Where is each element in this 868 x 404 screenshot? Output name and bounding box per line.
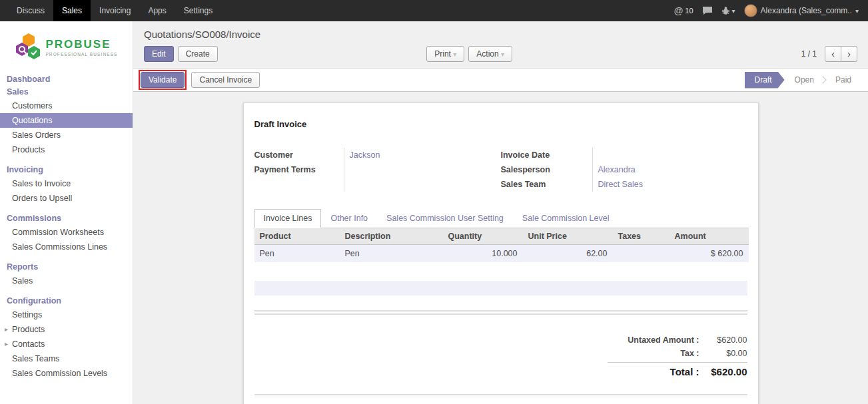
action-dropdown-button[interactable]: Action ▾ xyxy=(468,46,512,62)
mention-count: 10 xyxy=(685,7,693,15)
avatar xyxy=(744,4,757,17)
status-draft[interactable]: Draft xyxy=(745,72,785,89)
pager-next-button[interactable]: › xyxy=(841,46,857,62)
salesperson-label: Salesperson xyxy=(501,162,592,177)
menu-sales[interactable]: Sales xyxy=(53,0,91,21)
form-view: Draft Invoice Customer Payment Terms Jac… xyxy=(133,92,868,404)
sidebar-item-dashboard[interactable]: Dashboard xyxy=(0,72,133,86)
expand-arrow-icon[interactable]: ▸ xyxy=(5,325,8,333)
tab-sales-commission-user-setting[interactable]: Sales Commission User Setting xyxy=(377,209,513,228)
menu-invoicing[interactable]: Invoicing xyxy=(91,0,139,21)
salesperson-value-link[interactable]: Alexandra xyxy=(598,165,636,174)
breadcrumb-so008[interactable]: SO008 xyxy=(195,29,226,40)
debug-menu[interactable]: ▾ xyxy=(721,6,735,15)
sidebar-item-sales-teams[interactable]: Sales Teams xyxy=(0,351,133,366)
create-button[interactable]: Create xyxy=(178,46,218,62)
untaxed-amount-label: Untaxed Amount : xyxy=(608,335,699,345)
print-label: Print xyxy=(434,49,451,59)
tab-invoice-lines[interactable]: Invoice Lines xyxy=(254,209,322,228)
col-product[interactable]: Product xyxy=(254,228,340,245)
empty-line-strip xyxy=(254,281,747,296)
sidebar-item-settings[interactable]: Settings xyxy=(0,307,133,322)
sidebar-item-sales-commission-levels[interactable]: Sales Commission Levels xyxy=(0,366,133,381)
logo-text: PROBUSE PROFESSIONAL BUSINESS xyxy=(45,38,117,57)
breadcrumb-current: Invoice xyxy=(229,29,261,40)
footer-separator xyxy=(254,394,747,397)
menu-settings[interactable]: Settings xyxy=(175,0,221,21)
field-values: Jackson xyxy=(344,148,501,192)
invoice-date-label: Invoice Date xyxy=(501,148,592,162)
sidebar-item-config-products[interactable]: ▸ Products xyxy=(0,322,133,337)
sidebar-nav: Dashboard Sales Customers Quotations Sal… xyxy=(0,72,133,381)
cell-product: Pen xyxy=(254,245,340,263)
sidebar-item-commission-worksheets[interactable]: Commission Worksheets xyxy=(0,225,133,240)
sidebar-heading-invoicing[interactable]: Invoicing xyxy=(0,162,133,176)
main-area: PROBUSE PROFESSIONAL BUSINESS Dashboard … xyxy=(0,21,868,404)
control-panel: Edit Create Print ▾ Action ▾ 1 / 1 xyxy=(133,41,868,68)
col-amount[interactable]: Amount xyxy=(669,228,749,245)
col-taxes[interactable]: Taxes xyxy=(613,228,669,245)
untaxed-amount-row: Untaxed Amount : $620.00 xyxy=(608,333,747,347)
table-row[interactable]: Pen Pen 10.000 62.00 $ 620.00 xyxy=(254,245,749,263)
breadcrumb-quotations[interactable]: Quotations xyxy=(144,29,193,40)
field-group-right: Invoice Date Salesperson Sales Team Alex… xyxy=(501,148,747,192)
menu-apps[interactable]: Apps xyxy=(139,0,175,21)
tab-sale-commission-level[interactable]: Sale Commission Level xyxy=(513,209,619,228)
sidebar-item-orders-to-upsell[interactable]: Orders to Upsell xyxy=(0,191,133,206)
totals-block: Untaxed Amount : $620.00 Tax : $0.00 Tot… xyxy=(608,333,747,379)
tab-other-info[interactable]: Other Info xyxy=(321,209,377,228)
sidebar-item-quotations[interactable]: Quotations xyxy=(0,113,133,128)
sidebar-heading-configuration[interactable]: Configuration xyxy=(0,294,133,307)
form-statusbar: Validate Cancel Invoice Draft Open Paid xyxy=(133,68,868,92)
status-paid[interactable]: Paid xyxy=(825,72,861,89)
total-label: Total : xyxy=(608,366,699,377)
print-dropdown-button[interactable]: Print ▾ xyxy=(426,46,464,62)
field-labels: Invoice Date Salesperson Sales Team xyxy=(501,148,593,192)
messages-icon[interactable] xyxy=(702,6,713,15)
col-unit-price[interactable]: Unit Price xyxy=(523,228,613,245)
col-description[interactable]: Description xyxy=(340,228,443,245)
edit-button[interactable]: Edit xyxy=(144,46,174,62)
mention-counter[interactable]: @ 10 xyxy=(674,5,693,16)
validate-button[interactable]: Validate xyxy=(141,72,185,88)
invoice-sheet: Draft Invoice Customer Payment Terms Jac… xyxy=(243,102,759,404)
sidebar: PROBUSE PROFESSIONAL BUSINESS Dashboard … xyxy=(0,21,133,404)
sidebar-item-sales-to-invoice[interactable]: Sales to Invoice xyxy=(0,176,133,191)
status-open[interactable]: Open xyxy=(785,72,824,89)
caret-down-icon: ▾ xyxy=(501,51,504,58)
sidebar-heading-commissions[interactable]: Commissions xyxy=(0,211,133,225)
cp-left-buttons: Edit Create xyxy=(144,46,218,62)
table-header-row: Product Description Quantity Unit Price … xyxy=(254,228,749,245)
invoice-date-value xyxy=(593,148,747,162)
caret-down-icon: ▾ xyxy=(453,51,456,58)
pager-previous-button[interactable]: ‹ xyxy=(825,46,841,62)
expand-arrow-icon[interactable]: ▸ xyxy=(5,340,8,347)
cancel-invoice-button[interactable]: Cancel Invoice xyxy=(191,72,260,88)
app-logo[interactable]: PROBUSE PROFESSIONAL BUSINESS xyxy=(0,21,133,72)
menu-discuss[interactable]: Discuss xyxy=(8,0,53,21)
total-row: Total : $620.00 xyxy=(608,362,747,379)
payment-terms-label: Payment Terms xyxy=(254,162,344,177)
sidebar-item-reports-sales[interactable]: Sales xyxy=(0,274,133,288)
sidebar-heading-reports[interactable]: Reports xyxy=(0,260,133,274)
pager: 1 / 1 ‹ › xyxy=(801,46,857,62)
user-menu[interactable]: Alexandra (Sales_comm.. ▾ xyxy=(744,4,859,17)
sidebar-heading-sales[interactable]: Sales xyxy=(0,86,133,99)
sidebar-item-sales-orders[interactable]: Sales Orders xyxy=(0,128,133,142)
top-navbar: Discuss Sales Invoicing Apps Settings @ … xyxy=(0,0,868,21)
field-group-left: Customer Payment Terms Jackson xyxy=(254,148,501,192)
sidebar-item-sales-commissions-lines[interactable]: Sales Commissions Lines xyxy=(0,240,133,254)
sidebar-item-customers[interactable]: Customers xyxy=(0,99,133,113)
sidebar-item-products[interactable]: Products xyxy=(0,142,133,157)
customer-value-link[interactable]: Jackson xyxy=(350,150,380,160)
logo-subtitle: PROFESSIONAL BUSINESS xyxy=(45,52,117,57)
bug-icon xyxy=(721,6,730,15)
cell-unit-price: 62.00 xyxy=(523,245,613,263)
sidebar-item-contacts[interactable]: ▸ Contacts xyxy=(0,337,133,351)
sales-team-value-link[interactable]: Direct Sales xyxy=(598,180,643,189)
probuse-logo-icon xyxy=(15,32,41,63)
sales-team-label: Sales Team xyxy=(501,177,592,192)
cell-description: Pen xyxy=(340,245,443,263)
col-quantity[interactable]: Quantity xyxy=(443,228,523,245)
pager-value: 1 / 1 xyxy=(801,49,817,59)
